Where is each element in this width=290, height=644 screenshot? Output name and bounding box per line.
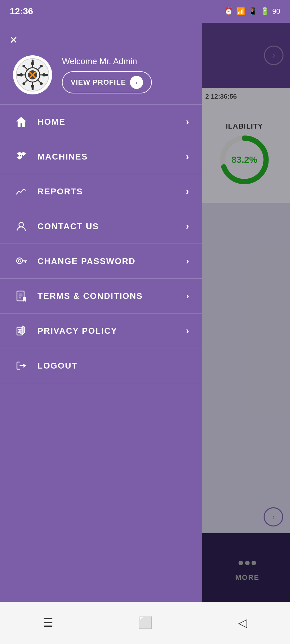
android-menu-button[interactable]: ☰ [43, 616, 53, 630]
menu-password-label: CHANGE PASSWORD [37, 256, 178, 266]
android-home-button[interactable]: ⬜ [138, 616, 153, 630]
svg-point-29 [42, 73, 46, 77]
terms-icon [13, 288, 29, 304]
profile-section: Welcome Mr. Admin VIEW PROFILE › [13, 55, 189, 94]
home-chevron: › [186, 117, 189, 127]
menu-item-logout[interactable]: LOGOUT [0, 348, 202, 383]
svg-point-28 [20, 73, 23, 77]
view-profile-button[interactable]: VIEW PROFILE › [62, 71, 152, 93]
menu-contact-label: CONTACT US [37, 221, 178, 231]
battery-level: 90 [272, 7, 280, 16]
navigation-drawer: × [0, 23, 202, 644]
close-button[interactable]: × [10, 33, 17, 47]
view-profile-label: VIEW PROFILE [71, 78, 126, 87]
privacy-chevron: › [186, 326, 189, 336]
menu-privacy-label: PRIVACY POLICY [37, 326, 178, 336]
reports-icon [13, 183, 29, 200]
svg-point-43 [18, 259, 21, 262]
menu-home-label: HOME [37, 117, 178, 127]
svg-point-37 [40, 82, 43, 85]
privacy-icon [13, 323, 29, 339]
status-bar: 12:36 ⏰ 📶 📱 🔋 90 [0, 0, 290, 23]
reports-chevron: › [186, 186, 189, 197]
logout-icon [13, 357, 29, 374]
contact-icon [13, 218, 29, 234]
menu-list: HOME › MACHINES › [0, 105, 202, 619]
menu-item-privacy[interactable]: PRIVACY POLICY › [0, 314, 202, 348]
status-time: 12:36 [10, 6, 33, 17]
svg-point-27 [31, 85, 34, 88]
menu-terms-label: TERMS & CONDITIONS [37, 291, 178, 301]
welcome-text: Welcome Mr. Admin [62, 56, 152, 66]
svg-point-34 [22, 65, 25, 67]
profile-info: Welcome Mr. Admin VIEW PROFILE › [62, 56, 152, 93]
svg-point-41 [19, 222, 23, 227]
home-icon [13, 114, 29, 130]
menu-logout-label: LOGOUT [37, 361, 189, 371]
android-back-button[interactable]: ◁ [238, 616, 247, 630]
status-icons: ⏰ 📶 📱 🔋 90 [224, 7, 280, 16]
view-profile-chevron: › [130, 76, 143, 89]
svg-point-26 [31, 62, 34, 65]
battery-icon: 🔋 [260, 7, 269, 16]
svg-point-35 [40, 65, 43, 67]
drawer-header: × [0, 23, 202, 104]
menu-machines-label: MACHINES [37, 152, 178, 162]
contact-chevron: › [186, 221, 189, 231]
wifi-icon: 📶 [236, 7, 245, 16]
password-chevron: › [186, 256, 189, 266]
menu-item-terms[interactable]: TERMS & CONDITIONS › [0, 279, 202, 314]
signal-icon: 📱 [248, 7, 257, 16]
avatar [13, 55, 52, 94]
menu-item-reports[interactable]: REPORTS › [0, 174, 202, 209]
svg-point-36 [22, 82, 25, 85]
key-icon [13, 253, 29, 269]
menu-item-contact[interactable]: CONTACT US › [0, 209, 202, 244]
menu-item-home[interactable]: HOME › [0, 105, 202, 139]
menu-item-password[interactable]: CHANGE PASSWORD › [0, 244, 202, 279]
terms-chevron: › [186, 291, 189, 301]
machines-icon [13, 148, 29, 165]
menu-reports-label: REPORTS [37, 187, 178, 197]
menu-item-machines[interactable]: MACHINES › [0, 139, 202, 174]
android-nav: ☰ ⬜ ◁ [0, 602, 290, 644]
alarm-icon: ⏰ [224, 7, 233, 16]
svg-point-42 [17, 258, 22, 264]
machines-chevron: › [186, 151, 189, 162]
